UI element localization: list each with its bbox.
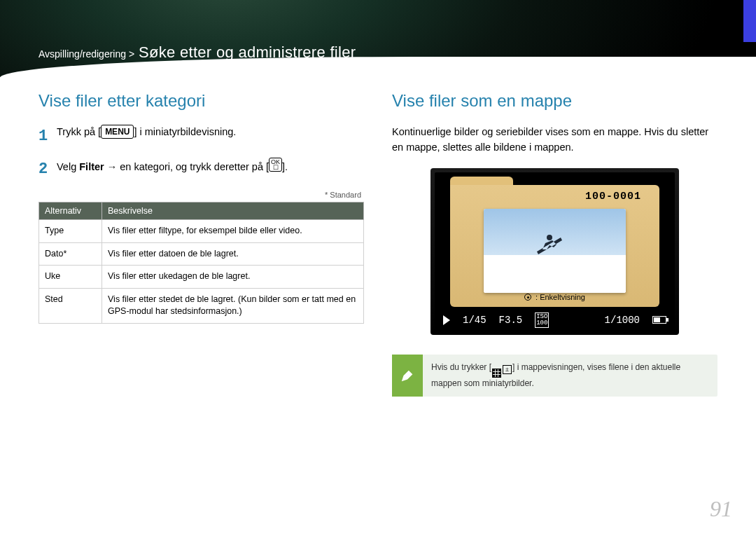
thumbnail-grid-icon (492, 369, 501, 378)
play-icon (443, 315, 450, 325)
breadcrumb-section: Avspilling/redigering > (38, 48, 134, 60)
ok-button-label: OK☐ (269, 158, 282, 172)
table-row: Sted Vis filer etter stedet de ble lagre… (39, 288, 364, 323)
desc-cell: Vis filer etter stedet de ble lagret. (K… (102, 288, 364, 323)
step2-mid: → en kategori, og trykk deretter på [ (104, 161, 269, 172)
snowboarder-icon (533, 226, 568, 261)
table-row: Type Vis filer etter filtype, for eksemp… (39, 220, 364, 243)
left-column: Vise filer etter kategori 1 Trykk på [ME… (38, 91, 364, 397)
photo-caption: : Enkeltvisning (435, 293, 675, 301)
step1-post: ] i miniatyrbildevisning. (134, 126, 236, 137)
right-heading: Vise filer som en mappe (392, 91, 718, 111)
step1-pre: Trykk på [ (57, 126, 101, 137)
status-count: 1/45 (463, 315, 486, 326)
iso-icon: ISO100 (535, 312, 549, 328)
device-preview: 100-0001 : Enkeltvisning 1/45 F3.5 ISO10… (430, 168, 679, 335)
options-table: Alternativ Beskrivelse Type Vis filer et… (38, 202, 364, 324)
step-2: 2 Velg Filter → en kategori, og trykk de… (38, 158, 364, 181)
content-area: Vise filer etter kategori 1 Trykk på [ME… (0, 77, 756, 397)
tip-text: Hvis du trykker [±] i mappevisningen, vi… (423, 355, 718, 397)
table-row: Uke Vis filer etter ukedagen de ble lagr… (39, 266, 364, 289)
step-2-number: 2 (38, 158, 57, 181)
desc-cell: Vis filer etter ukedagen de ble lagret. (102, 266, 364, 289)
right-column: Vise filer som en mappe Kontinuerlige bi… (392, 91, 718, 397)
standard-note: * Standard (38, 191, 364, 199)
thumbnail-photo (484, 209, 626, 293)
target-icon (524, 294, 531, 301)
opt-cell: Uke (39, 266, 102, 289)
status-aperture: F3.5 (499, 315, 523, 326)
page-number: 91 (710, 496, 732, 522)
tip-box: Hvis du trykker [±] i mappevisningen, vi… (392, 355, 718, 397)
folder-label: 100-0001 (585, 191, 641, 202)
opt-cell: Sted (39, 288, 102, 323)
step2-pre: Velg (57, 161, 79, 172)
opt-cell: Type (39, 220, 102, 243)
pen-icon (392, 355, 423, 397)
menu-button-label: MENU (101, 125, 134, 139)
desc-cell: Vis filer etter filtype, for eksempel bi… (102, 220, 364, 243)
status-shutter: 1/1000 (605, 315, 640, 326)
step2-post: ]. (282, 161, 288, 172)
table-row: Dato* Vis filer etter datoen de ble lagr… (39, 242, 364, 266)
opt-cell: Dato* (39, 242, 102, 266)
desc-cell: Vis filer etter datoen de ble lagret. (102, 242, 364, 266)
step2-filter: Filter (79, 161, 104, 172)
exposure-icon: ± (503, 365, 512, 374)
header-accent (743, 0, 756, 42)
step-1-text: Trykk på [MENU] i miniatyrbildevisning. (57, 125, 236, 148)
page-header: Avspilling/redigering > Søke etter og ad… (0, 0, 756, 77)
tip-pre: Hvis du trykker [ (431, 362, 491, 372)
step-1: 1 Trykk på [MENU] i miniatyrbildevisning… (38, 125, 364, 148)
step-1-number: 1 (38, 125, 57, 148)
caption-text: : Enkeltvisning (533, 293, 585, 301)
left-heading: Vise filer etter kategori (38, 91, 364, 111)
step-2-text: Velg Filter → en kategori, og trykk dere… (57, 158, 288, 181)
status-bar: 1/45 F3.5 ISO100 1/1000 (435, 310, 675, 331)
th-description: Beskrivelse (102, 202, 364, 220)
battery-icon (652, 316, 666, 324)
right-body: Kontinuerlige bilder og seriebilder vise… (392, 125, 718, 156)
device-screen: 100-0001 : Enkeltvisning 1/45 F3.5 ISO10… (435, 172, 675, 331)
th-option: Alternativ (39, 202, 102, 220)
